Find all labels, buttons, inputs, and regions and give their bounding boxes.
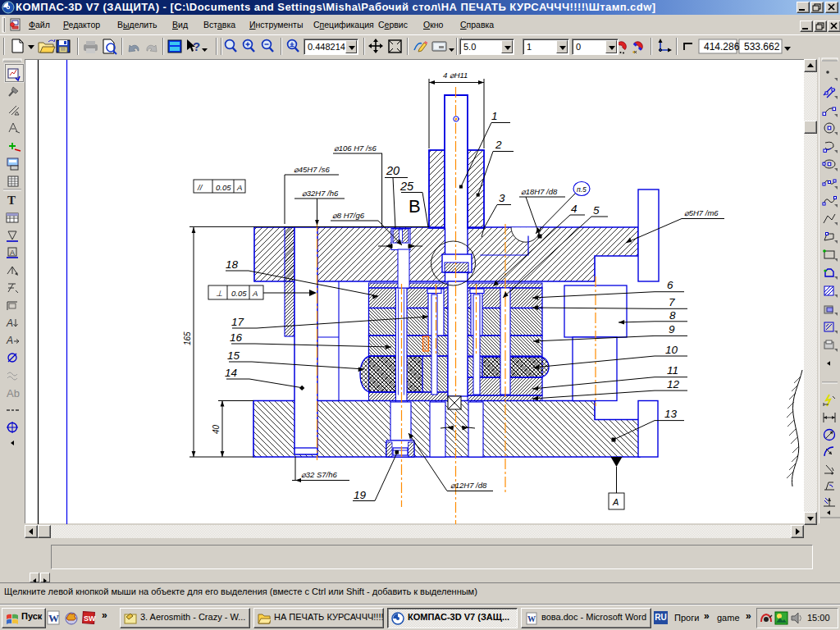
svg-text:п.5: п.5 [577,185,587,194]
svg-text:17: 17 [231,316,244,328]
svg-text:15: 15 [227,349,240,362]
svg-text:⌀32 S7/h6: ⌀32 S7/h6 [301,470,337,479]
svg-text:3: 3 [499,192,505,204]
svg-text:В: В [409,196,421,217]
svg-text:4 ⌀H11: 4 ⌀H11 [443,71,468,80]
svg-text:9: 9 [669,323,675,336]
svg-text:А: А [252,289,258,298]
svg-text:⌀18H7 /d8: ⌀18H7 /d8 [521,187,558,196]
svg-text:0.05: 0.05 [216,183,231,192]
svg-text:414.286: 414.286 [704,41,740,52]
svg-text:⌀5H7 /m6: ⌀5H7 /m6 [684,208,719,217]
svg-text:SW: SW [84,614,96,623]
svg-text:T: T [7,194,16,207]
svg-text:11: 11 [667,364,678,377]
svg-text:A: A [10,249,15,257]
svg-text:4: 4 [571,203,578,215]
svg-text:13: 13 [664,408,678,420]
svg-text:A: A [6,335,13,346]
svg-text:А: А [236,183,242,192]
svg-text:5: 5 [593,204,600,217]
svg-text:⌀12H7 /d8: ⌀12H7 /d8 [450,481,487,490]
svg-text:165: 165 [183,331,192,345]
svg-text:A: A [6,317,13,329]
svg-text:⌀45H7 /s6: ⌀45H7 /s6 [294,165,330,174]
svg-text:Ab: Ab [7,387,20,399]
svg-text:14: 14 [225,367,237,379]
svg-text:7: 7 [669,296,675,308]
svg-text:40: 40 [212,424,221,434]
svg-text:12: 12 [667,378,680,390]
svg-text:W: W [48,612,59,624]
svg-text:10: 10 [665,344,678,356]
svg-text:⌀106 H7 /s6: ⌀106 H7 /s6 [334,144,377,153]
svg-text:?: ? [193,39,200,53]
svg-text:25: 25 [399,180,414,193]
svg-text:19: 19 [354,489,367,501]
svg-text:18: 18 [226,258,239,271]
svg-text:1: 1 [491,110,498,122]
svg-text:2: 2 [495,139,502,151]
svg-text:16: 16 [230,331,243,344]
svg-text:8: 8 [669,309,676,322]
svg-text:А: А [612,497,619,507]
svg-text:20: 20 [386,164,399,177]
svg-text:6: 6 [667,279,673,291]
svg-text:⌀8 H7/g6: ⌀8 H7/g6 [332,211,365,220]
svg-text:⌀32H7 /h6: ⌀32H7 /h6 [302,189,339,198]
svg-text:0.05: 0.05 [231,289,247,298]
svg-text:⊥: ⊥ [216,289,222,298]
svg-text:W: W [527,614,536,623]
svg-text:533.662: 533.662 [744,41,780,52]
